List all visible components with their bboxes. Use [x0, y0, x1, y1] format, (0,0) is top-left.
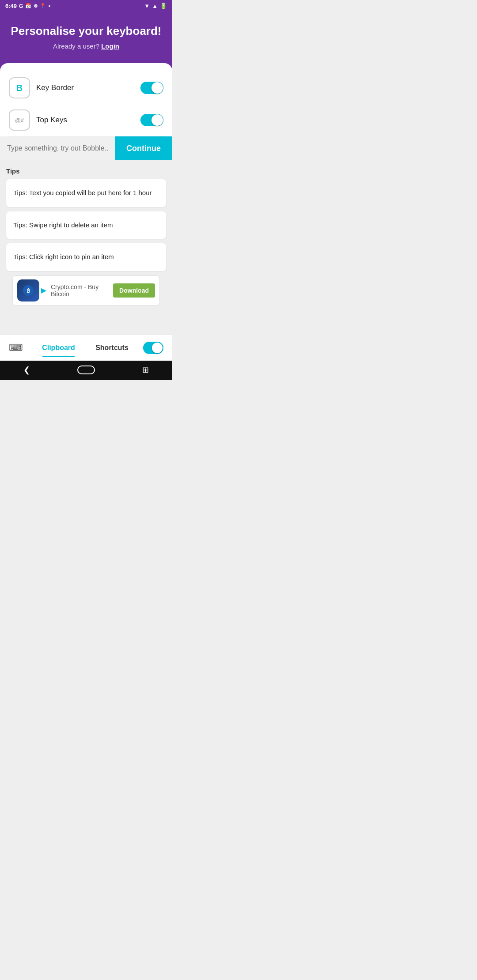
status-right: ▼ ▲ 🔋 — [144, 3, 167, 9]
input-row: Continue — [0, 136, 172, 160]
battery-icon: 🔋 — [160, 3, 167, 9]
ad-play-icon: ▶ — [41, 286, 46, 294]
header-title: Personalise your keyboard! — [9, 24, 163, 38]
tab-clipboard[interactable]: Clipboard — [32, 340, 85, 355]
recents-button[interactable]: ⊞ — [142, 365, 149, 375]
tip-text-2: Tips: Swipe right to delete an item — [13, 221, 113, 229]
x-circle-icon: ⊗ — [34, 3, 38, 9]
status-bar: 6:49 G 📅 ⊗ 📍 ● ▼ ▲ 🔋 — [0, 0, 172, 11]
dot-icon: ● — [48, 4, 50, 8]
tab-shortcuts[interactable]: Shortcuts — [85, 340, 139, 355]
tips-section: Tips Tips: Text you copied will be put h… — [0, 160, 172, 317]
svg-text:₿: ₿ — [27, 288, 30, 294]
calendar-icon: 📅 — [25, 3, 31, 9]
key-border-label: Key Border — [36, 83, 140, 92]
ad-advertiser-name: Crypto.com - Buy Bitcoin — [51, 283, 109, 298]
tip-text-1: Tips: Text you copied will be put here f… — [13, 189, 152, 196]
key-border-row: B Key Border — [7, 72, 165, 104]
shortcuts-tab-label: Shortcuts — [95, 344, 129, 351]
back-button[interactable]: ❮ — [23, 365, 30, 375]
tip-card-3: Tips: Click right icon to pin an item — [6, 243, 166, 271]
ad-download-button[interactable]: Download — [113, 283, 155, 298]
status-left: 6:49 G 📅 ⊗ 📍 ● — [5, 3, 50, 9]
google-icon: G — [19, 3, 23, 9]
status-time: 6:49 — [5, 3, 17, 9]
android-nav-bar: ❮ ⊞ — [0, 361, 172, 380]
ad-app-icon: ₿ — [17, 279, 39, 302]
top-keys-toggle[interactable] — [140, 114, 163, 126]
wifi-icon: ▼ — [144, 3, 150, 9]
already-user-text: Already a user? — [53, 42, 99, 50]
signal-icon: ▲ — [152, 3, 158, 9]
home-button[interactable] — [77, 366, 95, 374]
tip-card-1: Tips: Text you copied will be put here f… — [6, 179, 166, 207]
tip-text-3: Tips: Click right icon to pin an item — [13, 253, 114, 260]
top-keys-icon: @# — [9, 109, 30, 131]
key-border-icon: B — [9, 77, 30, 98]
pin-icon: 📍 — [40, 3, 46, 9]
top-keys-label: Top Keys — [36, 116, 140, 124]
spacer — [0, 317, 172, 335]
crypto-icon-svg: ₿ — [22, 284, 35, 297]
bottom-nav: ⌨ Clipboard Shortcuts — [0, 335, 172, 361]
keyboard-icon: ⌨ — [9, 342, 23, 354]
continue-button[interactable]: Continue — [115, 136, 172, 160]
tips-heading: Tips — [6, 167, 166, 175]
login-link[interactable]: Login — [101, 42, 119, 50]
tip-card-2: Tips: Swipe right to delete an item — [6, 211, 166, 239]
top-keys-row: @# Top Keys — [7, 104, 165, 136]
bottom-toggle[interactable] — [143, 342, 163, 354]
clipboard-tab-label: Clipboard — [42, 344, 75, 351]
ad-banner: ₿ ▶ Crypto.com - Buy Bitcoin Download — [12, 275, 160, 305]
try-keyboard-input[interactable] — [0, 136, 115, 160]
key-border-toggle[interactable] — [140, 82, 163, 94]
header-subtitle: Already a user? Login — [9, 42, 163, 50]
settings-card: B Key Border @# Top Keys Continue — [0, 63, 172, 160]
